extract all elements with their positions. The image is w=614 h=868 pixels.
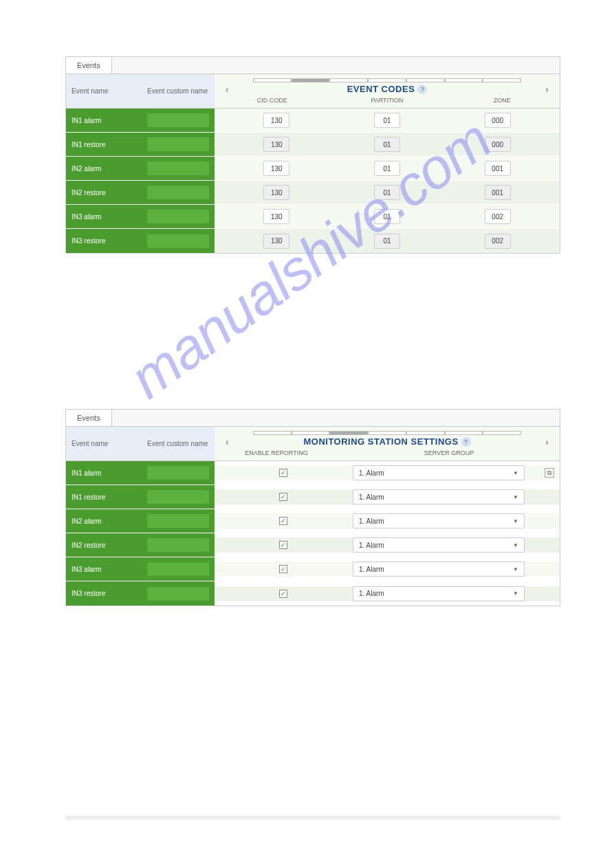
cid-input[interactable]: 130 [263,113,289,128]
custom-name-input[interactable] [147,514,209,528]
enable-checkbox[interactable]: ✓ [279,541,287,549]
row-left: IN2 restore [66,181,215,204]
step-3[interactable] [329,78,368,82]
event-codes-rows: IN1 alarm13001000IN1 restore13001000IN2 … [66,109,560,253]
copy-icon[interactable]: ⧉ [545,468,554,478]
partition-input[interactable]: 01 [374,234,400,249]
row-right: ✓1. Alarm▼ [215,586,560,601]
event-name-label: IN1 alarm [72,117,147,124]
next-arrow-icon[interactable]: › [545,84,549,95]
custom-name-input[interactable] [147,538,209,552]
row-right: 13001000 [215,109,560,132]
custom-name-input[interactable] [147,162,209,175]
partition-input[interactable]: 01 [374,113,400,128]
header-event-name: Event name [72,87,147,95]
server-group-select[interactable]: 1. Alarm▼ [353,561,525,577]
footer-divider [65,816,560,820]
table-row: IN1 restore13001000 [66,133,560,157]
custom-name-input[interactable] [147,234,209,248]
monitoring-rows: IN1 alarm✓1. Alarm▼⧉IN1 restore✓1. Alarm… [66,461,560,605]
custom-name-input[interactable] [147,210,209,223]
event-name-label: IN1 restore [72,493,147,501]
row-right: 13001002 [215,205,560,228]
cid-input[interactable]: 130 [263,234,289,249]
tab-events[interactable]: Events [65,56,112,74]
header-row: Event name Event custom name ‹ MONITORIN… [66,427,560,461]
table-row: IN3 restore13001002 [66,229,560,253]
cid-input[interactable]: 130 [263,185,289,200]
table-row: IN2 alarm13001001 [66,157,560,181]
server-group-select[interactable]: 1. Alarm▼ [353,537,525,553]
cid-input[interactable]: 130 [263,137,289,152]
custom-name-input[interactable] [147,562,209,576]
next-arrow-icon[interactable]: › [545,436,549,447]
row-right: 13001001 [215,157,560,180]
server-group-select[interactable]: 1. Alarm▼ [353,513,525,528]
step-4[interactable] [368,78,406,82]
header-cid: CID CODE [215,97,329,104]
header-event-custom: Event custom name [147,87,209,95]
help-icon[interactable]: ? [417,85,427,94]
row-left: IN3 restore [66,229,215,253]
title-row: ‹ MONITORING STATION SETTINGS ? › [215,436,560,447]
enable-checkbox[interactable]: ✓ [279,469,287,477]
row-left: IN2 alarm [66,157,215,180]
title-row: ‹ EVENT CODES ? › [215,84,560,94]
step-2[interactable] [292,78,330,82]
step-4[interactable] [368,431,406,435]
step-7[interactable] [483,78,521,82]
chevron-down-icon: ▼ [513,494,518,500]
server-group-select[interactable]: 1. Alarm▼ [353,586,525,601]
enable-checkbox[interactable]: ✓ [279,565,287,573]
step-1[interactable] [253,78,292,82]
chevron-down-icon: ▼ [513,590,518,597]
tab-row: Events [66,410,560,427]
tab-row: Events [66,57,560,74]
partition-input[interactable]: 01 [374,209,400,224]
custom-name-input[interactable] [147,466,209,480]
server-group-select[interactable]: 1. Alarm▼ [353,489,525,504]
cid-input[interactable]: 130 [263,161,289,176]
custom-name-input[interactable] [147,137,209,151]
zone-input[interactable]: 000 [485,113,511,128]
enable-checkbox[interactable]: ✓ [279,590,287,598]
custom-name-input[interactable] [147,490,209,504]
custom-name-input[interactable] [147,186,209,199]
step-3[interactable] [329,431,368,435]
enable-checkbox[interactable]: ✓ [279,517,287,525]
prev-arrow-icon[interactable]: ‹ [226,436,229,447]
chevron-down-icon: ▼ [513,470,518,476]
zone-input[interactable]: 001 [485,161,511,176]
step-6[interactable] [445,431,483,435]
custom-name-input[interactable] [147,113,209,127]
help-icon[interactable]: ? [461,437,471,447]
prev-arrow-icon[interactable]: ‹ [226,84,229,95]
tab-events[interactable]: Events [65,409,112,426]
step-2[interactable] [292,431,330,435]
step-5[interactable] [406,431,445,435]
server-group-select[interactable]: 1. Alarm▼ [353,465,525,480]
header-partition: PARTITION [329,97,444,104]
step-1[interactable] [253,431,292,435]
header-event-custom: Event custom name [147,440,209,447]
partition-input[interactable]: 01 [374,137,400,152]
table-row: IN3 alarm13001002 [66,205,560,229]
partition-input[interactable]: 01 [374,185,400,200]
cid-input[interactable]: 130 [263,209,289,224]
partition-input[interactable]: 01 [374,161,400,176]
step-5[interactable] [406,78,445,82]
step-7[interactable] [483,431,521,435]
enable-checkbox[interactable]: ✓ [279,493,287,501]
zone-input[interactable]: 000 [485,137,511,152]
zone-input[interactable]: 002 [485,234,511,249]
step-bar [253,431,521,435]
row-right-wrap: ✓1. Alarm▼⧉ [215,461,560,485]
row-right-wrap: ✓1. Alarm▼ [215,533,560,557]
custom-name-input[interactable] [147,587,209,601]
zone-input[interactable]: 001 [485,185,511,200]
zone-input[interactable]: 002 [485,209,511,224]
event-name-label: IN2 restore [72,542,147,549]
step-6[interactable] [445,78,483,82]
row-right: ✓1. Alarm▼ [215,561,560,577]
row-right: ✓1. Alarm▼ [215,489,560,504]
